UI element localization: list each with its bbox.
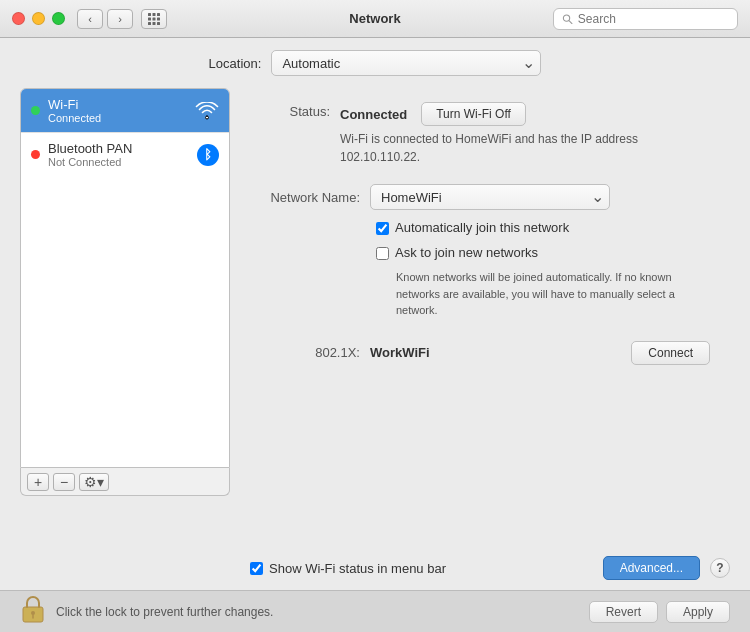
status-connected-text: Connected	[340, 107, 407, 122]
wifi-item-status: Connected	[48, 112, 187, 124]
status-row: Status: Connected Turn Wi-Fi Off Wi-Fi i…	[250, 102, 710, 166]
sidebar: Wi-Fi Connected	[20, 88, 230, 468]
status-content: Connected Turn Wi-Fi Off Wi-Fi is connec…	[340, 102, 710, 166]
auto-join-checkbox[interactable]	[376, 222, 389, 235]
status-label: Status:	[250, 102, 330, 119]
dot1x-value: WorkWiFi	[370, 345, 621, 360]
remove-network-button[interactable]: −	[53, 473, 75, 491]
sidebar-toolbar: + − ⚙▾	[20, 468, 230, 496]
window-title: Network	[349, 11, 400, 26]
svg-rect-1	[153, 13, 156, 16]
show-wifi-row: Show Wi-Fi status in menu bar	[20, 561, 593, 576]
network-name-label: Network Name:	[250, 190, 360, 205]
ask-join-checkbox[interactable]	[376, 247, 389, 260]
minimize-button[interactable]	[32, 12, 45, 25]
svg-rect-5	[157, 17, 160, 20]
turn-wifi-button[interactable]: Turn Wi-Fi Off	[421, 102, 526, 126]
location-select-wrap: Automatic Edit Locations... ⌄	[271, 50, 541, 76]
help-button[interactable]: ?	[710, 558, 730, 578]
lock-bar: Click the lock to prevent further change…	[0, 590, 750, 632]
sidebar-container: Wi-Fi Connected	[20, 88, 230, 546]
show-wifi-label: Show Wi-Fi status in menu bar	[269, 561, 446, 576]
svg-rect-4	[153, 17, 156, 20]
lock-text: Click the lock to prevent further change…	[56, 605, 579, 619]
lock-action-buttons: Revert Apply	[589, 601, 730, 623]
dot1x-row: 802.1X: WorkWiFi Connect	[250, 341, 710, 365]
dot1x-label: 802.1X:	[250, 345, 360, 360]
network-gear-button[interactable]: ⚙▾	[79, 473, 109, 491]
status-description: Wi-Fi is connected to HomeWiFi and has t…	[340, 130, 640, 166]
svg-rect-0	[148, 13, 151, 16]
location-select[interactable]: Automatic Edit Locations...	[271, 50, 541, 76]
titlebar: ‹ › Network	[0, 0, 750, 38]
bluetooth-item-name: Bluetooth PAN	[48, 141, 189, 156]
svg-rect-6	[148, 22, 151, 25]
close-button[interactable]	[12, 12, 25, 25]
right-panel: Status: Connected Turn Wi-Fi Off Wi-Fi i…	[230, 88, 730, 546]
maximize-button[interactable]	[52, 12, 65, 25]
svg-rect-3	[148, 17, 151, 20]
bluetooth-icon: ᛒ	[197, 144, 219, 166]
svg-line-10	[569, 20, 572, 23]
ask-join-label: Ask to join new networks	[395, 245, 538, 260]
sidebar-item-wifi[interactable]: Wi-Fi Connected	[21, 89, 229, 133]
apply-button[interactable]: Apply	[666, 601, 730, 623]
search-bar[interactable]	[553, 8, 738, 30]
bottom-section: Show Wi-Fi status in menu bar Advanced..…	[0, 546, 750, 590]
wifi-status-dot	[31, 106, 40, 115]
svg-point-9	[563, 14, 569, 20]
traffic-lights	[12, 12, 65, 25]
network-name-select[interactable]: HomeWiFi Other...	[370, 184, 610, 210]
auto-join-label: Automatically join this network	[395, 220, 569, 235]
svg-rect-8	[157, 22, 160, 25]
ask-join-description: Known networks will be joined automatica…	[396, 269, 676, 319]
ask-join-row: Ask to join new networks Known networks …	[250, 245, 710, 319]
grid-button[interactable]	[141, 9, 167, 29]
nav-buttons: ‹ ›	[77, 9, 133, 29]
bluetooth-status-dot	[31, 150, 40, 159]
show-wifi-checkbox[interactable]	[250, 562, 263, 575]
middle-section: Wi-Fi Connected	[0, 88, 750, 546]
status-connected-row: Connected Turn Wi-Fi Off	[340, 102, 710, 126]
advanced-button[interactable]: Advanced...	[603, 556, 700, 580]
wifi-item-text: Wi-Fi Connected	[48, 97, 187, 124]
connect-button[interactable]: Connect	[631, 341, 710, 365]
forward-button[interactable]: ›	[107, 9, 133, 29]
location-bar: Location: Automatic Edit Locations... ⌄	[0, 38, 750, 88]
search-icon	[562, 13, 573, 25]
wifi-item-name: Wi-Fi	[48, 97, 187, 112]
search-input[interactable]	[578, 12, 729, 26]
main-content: Location: Automatic Edit Locations... ⌄ …	[0, 38, 750, 632]
back-button[interactable]: ‹	[77, 9, 103, 29]
bluetooth-item-text: Bluetooth PAN Not Connected	[48, 141, 189, 168]
add-network-button[interactable]: +	[27, 473, 49, 491]
revert-button[interactable]: Revert	[589, 601, 658, 623]
network-name-row: Network Name: HomeWiFi Other... ⌄	[250, 184, 710, 210]
lock-svg	[20, 594, 46, 624]
sidebar-item-bluetooth[interactable]: Bluetooth PAN Not Connected ᛒ	[21, 133, 229, 176]
bluetooth-item-status: Not Connected	[48, 156, 189, 168]
location-label: Location:	[209, 56, 262, 71]
network-name-select-wrap: HomeWiFi Other... ⌄	[370, 184, 610, 210]
svg-rect-2	[157, 13, 160, 16]
lock-icon[interactable]	[20, 594, 46, 630]
auto-join-row: Automatically join this network	[250, 220, 710, 235]
svg-rect-7	[153, 22, 156, 25]
wifi-icon	[195, 99, 219, 123]
